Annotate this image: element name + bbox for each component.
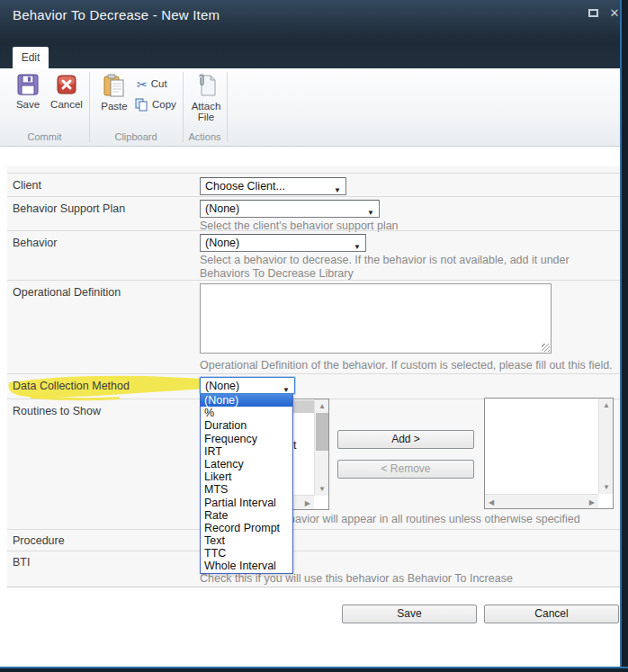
vertical-scrollbar[interactable]: ▲ ▼ — [314, 399, 328, 496]
cut-scissors-icon: ✂ — [137, 77, 148, 92]
bti-help: Check this if you will use this behavior… — [200, 572, 513, 585]
footer-cancel-button[interactable]: Cancel — [484, 605, 619, 623]
group-label-actions: Actions — [183, 131, 227, 142]
scroll-up-icon[interactable]: ▲ — [603, 401, 610, 409]
scroll-up-icon[interactable]: ▲ — [318, 402, 326, 410]
dropdown-option[interactable]: Duration — [201, 419, 292, 432]
dropdown-option[interactable]: Latency — [201, 458, 292, 470]
maximize-icon[interactable] — [587, 6, 601, 20]
remove-button[interactable]: < Remove — [337, 460, 474, 479]
copy-button[interactable]: Copy — [135, 98, 176, 112]
paste-clipboard-icon — [95, 73, 133, 98]
dialog-title: Behavior To Decrease - New Item — [13, 7, 220, 22]
cancel-button[interactable]: Cancel — [47, 73, 86, 110]
title-bar: Behavior To Decrease - New Item ✕ — [0, 0, 628, 68]
group-divider — [227, 72, 228, 142]
save-floppy-icon — [11, 73, 45, 96]
routines-selected-listbox[interactable]: ▲ ▼ ◀ ▶ — [484, 398, 614, 509]
group-label-clipboard: Clipboard — [89, 131, 183, 142]
tab-edit[interactable]: Edit — [13, 47, 49, 68]
footer-save-button[interactable]: Save — [342, 605, 477, 623]
bti-label: BTI — [13, 556, 30, 569]
dcm-dropdown-list[interactable]: (None)%DurationFrequencyIRTLatencyLikert… — [200, 393, 293, 574]
copy-pages-icon — [135, 98, 148, 112]
client-label: Client — [13, 179, 41, 192]
data-collection-method-select[interactable]: (None)▼ — [200, 377, 295, 394]
dropdown-option[interactable]: Record Prompt — [201, 522, 292, 534]
form-row-procedure: Procedure — [7, 529, 621, 551]
dropdown-option[interactable]: Whole Interval — [201, 560, 292, 572]
dropdown-option[interactable]: Partial Interval — [201, 497, 292, 509]
dropdown-option[interactable]: (None) — [201, 394, 292, 407]
chevron-down-icon: ▼ — [283, 382, 290, 399]
dropdown-option[interactable]: IRT — [201, 445, 292, 458]
dropdown-option[interactable]: MTS — [201, 483, 292, 496]
operational-definition-textarea[interactable] — [200, 283, 552, 354]
dropdown-option[interactable]: Likert — [201, 470, 292, 483]
vertical-scrollbar[interactable]: ▲ ▼ — [598, 399, 613, 494]
dropdown-option[interactable]: Rate — [201, 509, 292, 522]
scroll-down-icon[interactable]: ▼ — [318, 485, 326, 493]
data-collection-method-label: Data Collection Method — [13, 380, 130, 392]
dropdown-option[interactable]: TTC — [201, 547, 292, 560]
behavior-help: Select a behavior to decrease. If the be… — [200, 254, 621, 281]
window-right-border — [620, 0, 628, 672]
add-button[interactable]: Add > — [337, 430, 474, 449]
form-area: Client Choose Client...▼ Behavior Suppor… — [7, 166, 621, 587]
cancel-x-icon — [47, 73, 86, 96]
horizontal-scrollbar[interactable]: ◀ ▶ — [485, 494, 598, 508]
routines-help: This behavior will appear in all routine… — [252, 513, 580, 525]
attach-paperclip-icon — [187, 73, 225, 98]
scroll-right-icon[interactable]: ▶ — [305, 499, 310, 507]
operational-definition-label: Operational Definition — [13, 286, 121, 299]
dropdown-option[interactable]: Frequency — [201, 433, 292, 445]
dropdown-option[interactable]: Text — [201, 534, 292, 547]
paste-button[interactable]: Paste — [95, 73, 133, 112]
scrollbar-thumb[interactable] — [316, 413, 328, 451]
procedure-label: Procedure — [13, 534, 65, 547]
scroll-left-icon[interactable]: ◀ — [489, 498, 494, 506]
client-select[interactable]: Choose Client...▼ — [200, 177, 346, 195]
scroll-right-icon[interactable]: ▶ — [589, 498, 595, 506]
attach-file-button[interactable]: Attach File — [187, 73, 225, 122]
form-row-data-collection-method: Data Collection Method — [7, 373, 621, 399]
cut-button[interactable]: ✂Cut — [137, 77, 167, 92]
support-plan-select[interactable]: (None)▼ — [200, 200, 380, 218]
resize-grip[interactable] — [542, 344, 550, 352]
behavior-label: Behavior — [13, 237, 57, 249]
save-button[interactable]: Save — [11, 73, 45, 110]
operational-definition-help: Operational Definition of the behavior. … — [200, 359, 613, 372]
support-plan-label: Behavior Support Plan — [13, 202, 125, 215]
ribbon: Save Cancel Paste — [0, 68, 628, 147]
behavior-select[interactable]: (None)▼ — [200, 234, 366, 252]
dialog-window: Behavior To Decrease - New Item ✕ Edit S… — [0, 0, 628, 672]
group-label-commit: Commit — [0, 131, 89, 142]
form-bottom-divider — [7, 587, 621, 587]
scroll-down-icon[interactable]: ▼ — [603, 483, 610, 491]
dropdown-option[interactable]: % — [201, 407, 292, 419]
routines-label: Routines to Show — [13, 405, 101, 417]
window-bottom-border — [0, 667, 628, 672]
